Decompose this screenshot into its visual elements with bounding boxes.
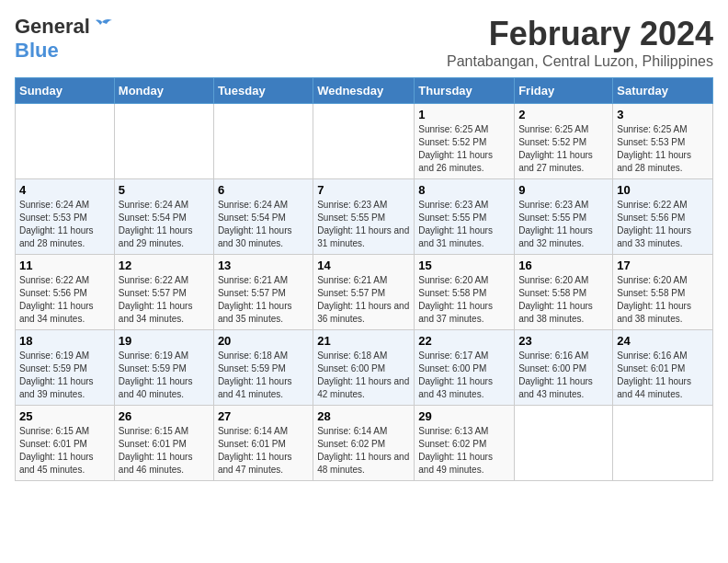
cell-info: Sunrise: 6:23 AM Sunset: 5:55 PM Dayligh… (518, 199, 609, 250)
day-number: 16 (518, 259, 609, 272)
calendar-cell: 12Sunrise: 6:22 AM Sunset: 5:57 PM Dayli… (114, 255, 213, 330)
cell-info: Sunrise: 6:19 AM Sunset: 5:59 PM Dayligh… (119, 350, 210, 401)
cell-info: Sunrise: 6:24 AM Sunset: 5:53 PM Dayligh… (19, 199, 110, 250)
day-number: 3 (617, 108, 709, 121)
location-subtitle: Pantabangan, Central Luzon, Philippines (447, 53, 713, 70)
calendar-cell: 2Sunrise: 6:25 AM Sunset: 5:52 PM Daylig… (515, 104, 613, 179)
day-number: 1 (418, 108, 510, 121)
calendar-cell (515, 406, 613, 481)
calendar-cell: 22Sunrise: 6:17 AM Sunset: 6:00 PM Dayli… (415, 330, 515, 406)
day-number: 28 (317, 409, 410, 423)
day-number: 2 (518, 108, 609, 121)
calendar-cell: 28Sunrise: 6:14 AM Sunset: 6:02 PM Dayli… (313, 406, 415, 481)
calendar-cell: 7Sunrise: 6:23 AM Sunset: 5:55 PM Daylig… (313, 179, 415, 255)
cell-info: Sunrise: 6:19 AM Sunset: 5:59 PM Dayligh… (19, 350, 110, 401)
day-number: 11 (19, 259, 110, 272)
logo-blue: Blue (15, 39, 59, 63)
calendar-cell (613, 406, 713, 481)
day-number: 13 (218, 259, 309, 272)
day-headers-row: SundayMondayTuesdayWednesdayThursdayFrid… (16, 78, 713, 104)
page-header: General Blue February 2024 Pantabangan, … (15, 15, 713, 70)
day-header-saturday: Saturday (613, 78, 713, 104)
calendar-cell: 11Sunrise: 6:22 AM Sunset: 5:56 PM Dayli… (16, 255, 115, 330)
calendar-cell: 25Sunrise: 6:15 AM Sunset: 6:01 PM Dayli… (16, 406, 115, 481)
calendar-cell (16, 104, 115, 179)
cell-info: Sunrise: 6:15 AM Sunset: 6:01 PM Dayligh… (19, 425, 110, 477)
day-number: 9 (518, 183, 609, 197)
calendar-cell: 20Sunrise: 6:18 AM Sunset: 5:59 PM Dayli… (213, 330, 313, 406)
cell-info: Sunrise: 6:21 AM Sunset: 5:57 PM Dayligh… (317, 274, 410, 326)
calendar-cell: 26Sunrise: 6:15 AM Sunset: 6:01 PM Dayli… (114, 406, 213, 481)
day-number: 8 (418, 183, 510, 197)
month-title: February 2024 (447, 15, 713, 53)
calendar-cell: 13Sunrise: 6:21 AM Sunset: 5:57 PM Dayli… (213, 255, 313, 330)
calendar-cell: 29Sunrise: 6:13 AM Sunset: 6:02 PM Dayli… (415, 406, 515, 481)
day-number: 29 (418, 409, 510, 423)
cell-info: Sunrise: 6:24 AM Sunset: 5:54 PM Dayligh… (218, 199, 309, 250)
calendar-cell: 17Sunrise: 6:20 AM Sunset: 5:58 PM Dayli… (613, 255, 713, 330)
logo: General Blue (15, 15, 112, 63)
cell-info: Sunrise: 6:20 AM Sunset: 5:58 PM Dayligh… (617, 274, 709, 326)
day-number: 14 (317, 259, 410, 272)
calendar-cell: 8Sunrise: 6:23 AM Sunset: 5:55 PM Daylig… (415, 179, 515, 255)
week-row-3: 11Sunrise: 6:22 AM Sunset: 5:56 PM Dayli… (16, 255, 713, 330)
week-row-5: 25Sunrise: 6:15 AM Sunset: 6:01 PM Dayli… (16, 406, 713, 481)
logo-bird-icon (92, 18, 112, 35)
day-number: 4 (19, 183, 110, 197)
calendar-table: SundayMondayTuesdayWednesdayThursdayFrid… (15, 77, 713, 481)
day-number: 12 (119, 259, 210, 272)
day-number: 6 (218, 183, 309, 197)
cell-info: Sunrise: 6:14 AM Sunset: 6:01 PM Dayligh… (218, 425, 309, 477)
cell-info: Sunrise: 6:23 AM Sunset: 5:55 PM Dayligh… (418, 199, 510, 250)
day-header-tuesday: Tuesday (213, 78, 313, 104)
day-header-monday: Monday (114, 78, 213, 104)
cell-info: Sunrise: 6:18 AM Sunset: 6:00 PM Dayligh… (317, 350, 410, 401)
cell-info: Sunrise: 6:24 AM Sunset: 5:54 PM Dayligh… (119, 199, 210, 250)
week-row-2: 4Sunrise: 6:24 AM Sunset: 5:53 PM Daylig… (16, 179, 713, 255)
day-header-friday: Friday (515, 78, 613, 104)
day-number: 22 (418, 334, 510, 348)
day-header-sunday: Sunday (16, 78, 115, 104)
day-number: 21 (317, 334, 410, 348)
cell-info: Sunrise: 6:17 AM Sunset: 6:00 PM Dayligh… (418, 350, 510, 401)
week-row-1: 1Sunrise: 6:25 AM Sunset: 5:52 PM Daylig… (16, 104, 713, 179)
day-number: 10 (617, 183, 709, 197)
day-number: 20 (218, 334, 309, 348)
calendar-cell: 3Sunrise: 6:25 AM Sunset: 5:53 PM Daylig… (613, 104, 713, 179)
logo-general: General (15, 15, 90, 39)
cell-info: Sunrise: 6:25 AM Sunset: 5:52 PM Dayligh… (518, 123, 609, 175)
cell-info: Sunrise: 6:16 AM Sunset: 6:01 PM Dayligh… (617, 350, 709, 401)
week-row-4: 18Sunrise: 6:19 AM Sunset: 5:59 PM Dayli… (16, 330, 713, 406)
calendar-cell: 5Sunrise: 6:24 AM Sunset: 5:54 PM Daylig… (114, 179, 213, 255)
calendar-cell: 18Sunrise: 6:19 AM Sunset: 5:59 PM Dayli… (16, 330, 115, 406)
calendar-cell: 21Sunrise: 6:18 AM Sunset: 6:00 PM Dayli… (313, 330, 415, 406)
cell-info: Sunrise: 6:25 AM Sunset: 5:53 PM Dayligh… (617, 123, 709, 175)
calendar-cell: 4Sunrise: 6:24 AM Sunset: 5:53 PM Daylig… (16, 179, 115, 255)
cell-info: Sunrise: 6:20 AM Sunset: 5:58 PM Dayligh… (518, 274, 609, 326)
day-number: 27 (218, 409, 309, 423)
day-number: 15 (418, 259, 510, 272)
cell-info: Sunrise: 6:15 AM Sunset: 6:01 PM Dayligh… (119, 425, 210, 477)
cell-info: Sunrise: 6:21 AM Sunset: 5:57 PM Dayligh… (218, 274, 309, 326)
day-number: 18 (19, 334, 110, 348)
cell-info: Sunrise: 6:23 AM Sunset: 5:55 PM Dayligh… (317, 199, 410, 250)
day-number: 26 (119, 409, 210, 423)
title-section: February 2024 Pantabangan, Central Luzon… (447, 15, 713, 70)
calendar-cell (313, 104, 415, 179)
cell-info: Sunrise: 6:13 AM Sunset: 6:02 PM Dayligh… (418, 425, 510, 477)
calendar-cell: 19Sunrise: 6:19 AM Sunset: 5:59 PM Dayli… (114, 330, 213, 406)
calendar-cell: 1Sunrise: 6:25 AM Sunset: 5:52 PM Daylig… (415, 104, 515, 179)
calendar-cell: 10Sunrise: 6:22 AM Sunset: 5:56 PM Dayli… (613, 179, 713, 255)
calendar-cell: 14Sunrise: 6:21 AM Sunset: 5:57 PM Dayli… (313, 255, 415, 330)
cell-info: Sunrise: 6:14 AM Sunset: 6:02 PM Dayligh… (317, 425, 410, 477)
day-number: 5 (119, 183, 210, 197)
cell-info: Sunrise: 6:25 AM Sunset: 5:52 PM Dayligh… (418, 123, 510, 175)
calendar-cell: 24Sunrise: 6:16 AM Sunset: 6:01 PM Dayli… (613, 330, 713, 406)
day-number: 24 (617, 334, 709, 348)
calendar-cell (114, 104, 213, 179)
day-number: 25 (19, 409, 110, 423)
cell-info: Sunrise: 6:22 AM Sunset: 5:56 PM Dayligh… (19, 274, 110, 326)
calendar-cell: 23Sunrise: 6:16 AM Sunset: 6:00 PM Dayli… (515, 330, 613, 406)
day-number: 19 (119, 334, 210, 348)
calendar-cell: 15Sunrise: 6:20 AM Sunset: 5:58 PM Dayli… (415, 255, 515, 330)
